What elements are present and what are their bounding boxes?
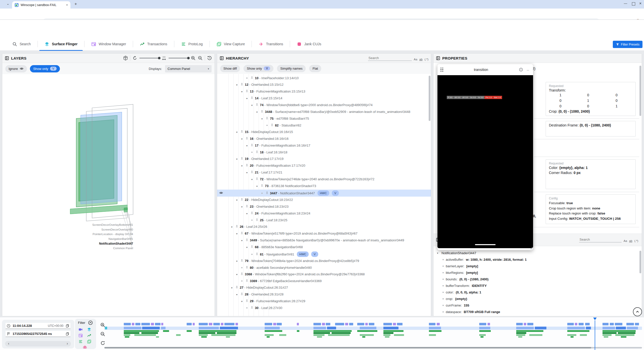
tree-row[interactable]: ▾19 - OneHanded:17:17#19 (217, 156, 431, 162)
trace-segment[interactable] (322, 323, 325, 325)
trace-segment[interactable] (345, 323, 348, 325)
expand-arrow-icon[interactable]: ▾ (241, 299, 244, 304)
pin-icon[interactable] (255, 177, 259, 181)
window-minimize-button[interactable]: — (624, 2, 627, 5)
tree-row[interactable]: ▾74 - WindowToken{fdddbe6 type=2000 andr… (217, 102, 431, 109)
tree-row[interactable]: ▾72 - WindowToken{a2746de type=2040 andr… (217, 176, 431, 183)
property-row[interactable]: blurRegions:[empty] (437, 269, 638, 276)
trace-segment[interactable] (586, 327, 591, 329)
pin-icon[interactable] (245, 299, 249, 302)
zoom-out-icon[interactable] (198, 56, 203, 61)
trace-segment[interactable] (224, 323, 234, 325)
filter-list-icon[interactable] (78, 339, 83, 344)
property-row[interactable]: bounds:(0, 0) - (1080, 2400) (437, 276, 638, 282)
trace-segment[interactable] (394, 334, 404, 336)
pin-icon[interactable] (245, 266, 249, 269)
step-back-icon[interactable]: ‹ (8, 341, 9, 345)
ignore-button[interactable]: Ignore (5, 65, 27, 72)
trace-segment[interactable] (221, 323, 223, 325)
window-close-button[interactable]: × (639, 1, 641, 6)
trace-segment[interactable] (317, 336, 322, 338)
tree-row[interactable]: ▾3368 - WindowToken{f6b2f60 type=2024 an… (217, 271, 431, 278)
tree-row[interactable]: ▾24 - FullscreenMagnification:18:23#24 (217, 210, 431, 217)
trace-segment[interactable] (524, 323, 526, 325)
pin-icon[interactable] (245, 90, 249, 93)
timeline-canvas[interactable] (104, 317, 642, 350)
trace-segment[interactable] (209, 323, 212, 325)
pin-icon[interactable] (240, 259, 244, 262)
trace-segment[interactable] (479, 323, 486, 325)
expand-arrow-icon[interactable]: ▾ (256, 184, 259, 189)
tree-row[interactable]: 80 - ace6abb SecondaryHomeHandle0#80 (217, 265, 431, 271)
trace-segment[interactable] (199, 332, 215, 334)
trace-segment[interactable] (360, 327, 376, 329)
trace-segment[interactable] (265, 327, 280, 329)
window-maximize-button[interactable] (632, 2, 635, 6)
trace-segment[interactable] (273, 323, 276, 325)
current-time[interactable]: 11:04:14.228 (13, 324, 46, 328)
tree-row[interactable]: 25 - Leaf:18:23#25 (217, 217, 431, 224)
trace-segment[interactable] (267, 336, 270, 338)
tree-row[interactable]: 82 - StatusBar#82 (217, 122, 431, 129)
trace-segment[interactable] (383, 334, 390, 336)
layer-label[interactable]: ScreenDecorOverlayBottom#61 (92, 223, 133, 226)
trace-segment[interactable] (602, 332, 617, 334)
properties-search-input[interactable] (579, 237, 622, 242)
layers-3d-canvas[interactable]: ScreenDecorOverlayBottom#61ScreenDecorOv… (2, 74, 215, 316)
tree-row[interactable]: ▾26 - Leaf:24:25#26 (217, 224, 431, 230)
trace-segment[interactable] (567, 330, 589, 332)
trace-segment[interactable] (187, 323, 192, 325)
trace-segment[interactable] (602, 323, 609, 325)
pin-icon[interactable] (245, 238, 249, 242)
hierarchy-search-input[interactable] (368, 55, 412, 61)
trace-segment[interactable] (199, 327, 219, 329)
tree-row[interactable]: ▾3449 - Surface(name=885b63e NavigationB… (217, 237, 431, 244)
tree-row[interactable]: ▾22 - HideDisplayCutout:18:23#22 (217, 197, 431, 203)
trace-segment[interactable] (567, 327, 585, 329)
trace-segment[interactable] (602, 334, 612, 336)
trace-segment[interactable] (142, 327, 160, 329)
expand-arrow-icon[interactable]: ▾ (246, 96, 249, 101)
trace-segment[interactable] (124, 332, 139, 334)
expand-arrow-icon[interactable]: ▾ (241, 204, 244, 209)
expand-arrow-icon[interactable]: ▾ (251, 103, 254, 108)
trace-segment[interactable] (369, 323, 374, 325)
trace-segment[interactable] (313, 332, 330, 334)
trace-segment[interactable] (297, 323, 299, 325)
trace-segment[interactable] (124, 330, 159, 332)
trace-segment[interactable] (220, 327, 238, 329)
tab-close-icon[interactable]: × (66, 3, 68, 7)
tab-view-capture[interactable]: View Capture (210, 37, 252, 51)
pin-icon[interactable] (245, 279, 249, 282)
trace-segment[interactable] (585, 323, 590, 325)
pin-icon[interactable] (240, 198, 244, 201)
trace-segment[interactable] (313, 330, 352, 332)
trace-segment[interactable] (627, 327, 638, 329)
expand-arrow-icon[interactable]: ▾ (251, 177, 254, 182)
trace-segment[interactable] (265, 330, 282, 332)
tree-row[interactable]: ▾67 - WindowToken{e5176f9 type=2019 andr… (217, 230, 431, 237)
tree-row[interactable]: 3369 - 67726bf EdgeBackGestureHandler0#3… (217, 278, 431, 284)
trace-segment[interactable] (357, 323, 364, 325)
browser-tab[interactable]: Winscope | sandbox-FAIL × (12, 1, 70, 9)
trace-segment[interactable] (326, 323, 330, 325)
trace-segment[interactable] (567, 323, 574, 325)
tab-surface-flinger[interactable]: Surface Flinger (38, 37, 84, 51)
trace-segment[interactable] (383, 327, 398, 329)
tree-row[interactable]: ▾68 - 885b63e NavigationBar0#68 (217, 244, 431, 251)
pin-icon[interactable] (250, 306, 254, 309)
rotation-icon[interactable] (132, 56, 137, 61)
trace-segment[interactable] (199, 330, 236, 332)
trace-segment[interactable] (156, 336, 159, 338)
spacing-slider[interactable] (169, 58, 189, 58)
pin-icon[interactable] (250, 96, 254, 100)
property-row[interactable]: barrierLayer:[empty] (437, 263, 638, 269)
match-case-icon[interactable]: Aa (414, 58, 417, 61)
trace-segment[interactable] (134, 334, 156, 336)
tab-transitions[interactable]: Transitions (252, 37, 290, 51)
expand-arrow-icon[interactable]: ▾ (246, 245, 249, 250)
timeline-refresh-icon[interactable] (100, 340, 105, 346)
pin-icon[interactable] (250, 245, 254, 248)
tab-search[interactable]: Search (6, 37, 37, 51)
trace-segment[interactable] (313, 327, 326, 329)
